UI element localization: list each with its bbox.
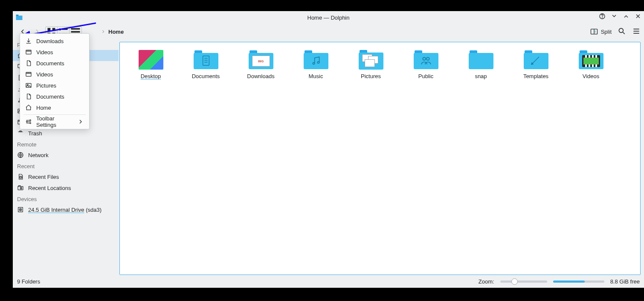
folder-tile-music[interactable]: Music (288, 48, 343, 85)
folder-tile-label: Documents (192, 73, 220, 79)
downloads-folder-icon: IMG (249, 50, 273, 69)
folder-tile-public[interactable]: Public (398, 48, 453, 85)
svg-point-47 (313, 62, 314, 64)
chevron-right-icon (77, 118, 84, 125)
folder-tile-videos[interactable]: Videos (563, 48, 618, 85)
sidebar-devices-header: Devices (13, 193, 119, 204)
split-label: Split (601, 29, 612, 35)
zoom-slider[interactable] (500, 281, 547, 283)
menu-button[interactable] (632, 27, 641, 37)
download-icon (25, 38, 32, 44)
sidebar-item-recent-locations[interactable]: Recent Locations (13, 182, 119, 193)
svg-rect-13 (71, 28, 80, 30)
videos-icon (25, 49, 32, 56)
history-item-downloads[interactable]: Downloads (20, 35, 89, 47)
folder-icon (524, 50, 548, 69)
history-item-videos[interactable]: Videos (20, 47, 89, 58)
svg-rect-35 (19, 132, 22, 136)
sidebar-item-recent-files[interactable]: Recent Files (13, 171, 119, 182)
folder-tile-downloads[interactable]: IMGDownloads (233, 48, 288, 85)
breadcrumb-home[interactable]: Home (108, 29, 124, 35)
sidebar-item-network[interactable]: Network (13, 149, 119, 161)
svg-rect-14 (71, 31, 80, 33)
svg-point-63 (30, 120, 31, 121)
folder-icon (304, 50, 328, 69)
folder-tile-label: snap (475, 73, 487, 79)
svg-rect-6 (52, 28, 55, 31)
statusbar: 9 Folders Zoom: 8.8 GiB free (13, 275, 644, 288)
documents-icon (25, 93, 32, 100)
split-button[interactable]: Split (590, 27, 612, 36)
svg-point-42 (20, 209, 20, 210)
svg-rect-9 (59, 28, 61, 30)
dolphin-window: Home — Dolphin Home (13, 11, 644, 288)
close-button[interactable] (635, 13, 641, 20)
folder-tile-documents[interactable]: Documents (178, 48, 233, 85)
folder-tile-label: Videos (583, 73, 600, 79)
help-button[interactable] (599, 13, 606, 20)
sidebar-item-24.5-gib-internal-drive[interactable]: 24.5 GiB Internal Drive (sda3) (13, 204, 119, 215)
svg-rect-5 (48, 28, 51, 31)
svg-point-49 (423, 57, 426, 60)
folder-icon (414, 50, 438, 69)
videos-folder-icon (579, 50, 603, 69)
drive-icon (17, 206, 24, 213)
pictures-folder-icon (359, 50, 383, 70)
recent-locations-icon (17, 184, 24, 191)
settings-icon (25, 118, 32, 125)
recent-files-icon (17, 173, 24, 180)
desktop-thumb-icon (139, 50, 163, 70)
sidebar-item-label: Recent Files (28, 174, 59, 180)
history-item-label: Home (36, 105, 51, 111)
sidebar-item-label: Network (28, 152, 49, 158)
breadcrumb[interactable]: Home (101, 29, 124, 35)
split-icon (590, 27, 598, 36)
toolbar: Home Split (13, 24, 644, 39)
history-item-documents[interactable]: Documents (20, 91, 89, 102)
maximize-button[interactable] (623, 13, 629, 20)
history-item-label: Videos (36, 71, 53, 78)
history-item-documents[interactable]: Documents (20, 58, 89, 69)
documents-icon (25, 60, 32, 67)
history-item-pictures[interactable]: Pictures (20, 80, 89, 91)
folder-tile-snap[interactable]: snap (453, 48, 508, 85)
toolbar-settings-label: Toolbar Settings (36, 115, 73, 128)
folder-tile-label: Desktop (141, 73, 161, 79)
sidebar-remote-header: Remote (13, 139, 119, 149)
back-history-popup: DownloadsVideosDocumentsVideosPicturesDo… (20, 33, 90, 129)
svg-point-3 (602, 18, 603, 18)
svg-line-19 (623, 32, 625, 34)
toolbar-settings-item[interactable]: Toolbar Settings (20, 116, 89, 127)
folder-tile-label: Music (309, 73, 323, 79)
folder-tile-desktop[interactable]: Desktop (123, 48, 178, 85)
search-button[interactable] (618, 27, 626, 37)
capacity-bar (553, 281, 604, 283)
history-item-label: Documents (36, 94, 64, 100)
folder-tile-pictures[interactable]: Pictures (343, 48, 398, 85)
content-area: Places HomeDesktopDocumentsDownloadsMusi… (13, 39, 644, 275)
history-item-videos[interactable]: Videos (20, 69, 89, 80)
minimize-button[interactable] (611, 13, 618, 20)
sidebar-item-label: 24.5 GiB Internal Drive (sda3) (28, 207, 102, 213)
folder-view[interactable]: DesktopDocumentsIMGDownloadsMusicPicture… (119, 42, 641, 275)
svg-point-18 (619, 28, 623, 32)
folder-tile-templates[interactable]: Templates (508, 48, 563, 85)
trash-icon (17, 130, 24, 137)
sidebar-item-label: Recent Locations (28, 185, 71, 191)
window-title: Home — Dolphin (13, 15, 644, 21)
sidebar-recent-header: Recent (13, 161, 119, 171)
zoom-label: Zoom: (479, 278, 494, 285)
svg-rect-38 (18, 187, 23, 190)
folder-tile-label: Public (418, 73, 433, 79)
free-space-label: 8.8 GiB free (610, 278, 640, 285)
history-item-label: Downloads (36, 38, 64, 44)
folder-tile-label: Pictures (361, 73, 381, 79)
sidebar-item-label: Trash (28, 130, 42, 137)
svg-point-64 (26, 121, 28, 123)
zoom-handle[interactable] (511, 278, 518, 285)
history-item-home[interactable]: Home (20, 102, 89, 113)
history-item-label: Videos (36, 49, 53, 56)
svg-point-50 (426, 57, 429, 60)
folder-icon (194, 50, 218, 69)
home-icon (25, 104, 32, 111)
